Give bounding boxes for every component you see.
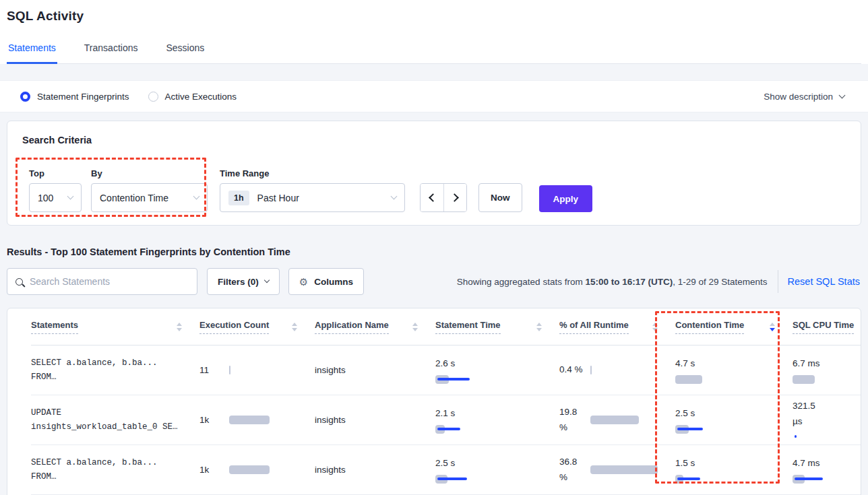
stat-bar [793,475,861,484]
apply-button[interactable]: Apply [539,185,593,212]
header-application-name[interactable]: Application Name [315,320,435,334]
criteria-fields-row: Top 100 By Contention Time Time Range 1h… [22,168,846,212]
search-criteria-card: Search Criteria Top 100 By Contention Ti… [7,121,861,226]
contention-time-cell: 4.7 s [675,356,793,383]
show-description-toggle[interactable]: Show description [764,92,844,102]
time-range-badge: 1h [228,191,249,205]
page-title: SQL Activity [7,9,861,24]
statement-fingerprint[interactable]: UPDATEinsights_workload_table_0 SE… [31,406,199,434]
radio-active-executions[interactable]: Active Executions [148,92,237,102]
filters-button[interactable]: Filters (0) [207,268,280,295]
results-heading: Results - Top 100 Statement Fingerprints… [7,246,861,257]
sort-icon[interactable] [536,323,542,331]
execution-count-cell: 11 [199,365,315,375]
time-range-select[interactable]: 1h Past Hour [220,183,405,212]
contention-time-cell: 1.5 s [675,456,793,483]
stat-bar [675,375,793,384]
table-row[interactable]: SELECT a.balance, b.ba...FROM… 1k insigh… [31,445,861,495]
runtime-pct-cell: 0.4 % [559,362,675,378]
time-nav-group [420,183,467,212]
stats-range: 15:00 to 16:17 (UTC) [585,277,673,287]
spacer [0,112,868,121]
chevron-right-icon [450,193,459,202]
sort-icon[interactable] [652,323,658,331]
application-name-cell: insights [315,465,435,475]
radio-statement-fingerprints[interactable]: Statement Fingerprints [20,92,129,102]
now-button[interactable]: Now [478,183,522,212]
runtime-pct-cell: 36.8 % [559,455,675,486]
by-select[interactable]: Contention Time [91,183,208,212]
sort-icon[interactable] [412,323,418,331]
radio-selected-icon[interactable] [20,92,30,102]
divider [778,270,778,293]
by-value: Contention Time [100,193,168,203]
search-icon [16,278,23,286]
execution-count-cell: 1k [199,465,315,475]
header-contention-time[interactable]: Contention Time [675,320,793,334]
stat-bar [675,425,793,434]
runtime-pct-cell: 19.8 % [559,405,675,436]
prev-time-button[interactable] [421,184,443,211]
sql-cpu-time-cell: 6.7 ms [793,356,861,383]
chevron-down-icon [67,193,74,200]
search-statements-box[interactable] [7,268,197,295]
spacer [0,64,868,80]
columns-button[interactable]: ⚙ Columns [288,268,364,295]
stat-bar [435,375,559,384]
chevron-left-icon [429,193,437,202]
table-row[interactable]: SELECT a.balance, b.ba...FROM… 11 insigh… [31,345,861,395]
radio-label: Statement Fingerprints [37,92,129,102]
search-input[interactable] [30,276,189,287]
reset-sql-stats-link[interactable]: Reset SQL Stats [788,276,860,287]
top-select[interactable]: 100 [29,183,82,212]
by-field: By Contention Time [82,168,208,212]
contention-time-cell: 2.5 s [675,406,793,433]
sort-icon[interactable] [177,323,182,331]
header-sql-cpu-time[interactable]: SQL CPU Time [793,320,861,334]
sql-cpu-time-cell: 321.5 µs [793,399,861,441]
statement-time-cell: 2.1 s [435,406,559,433]
top-label: Top [29,168,82,178]
header-execution-count[interactable]: Execution Count [199,320,315,334]
gear-icon: ⚙ [299,277,308,287]
stat-bar [435,425,559,434]
view-toggle-band: Statement Fingerprints Active Executions… [0,80,868,112]
time-range-label: Time Range [220,168,405,178]
results-controls-row: Filters (0) ⚙ Columns Showing aggregated… [7,268,861,295]
table-row[interactable]: UPDATEinsights_workload_table_0 SE… 1k i… [31,395,861,445]
top-value: 100 [38,193,53,203]
statement-fingerprint[interactable]: SELECT a.balance, b.ba...FROM… [31,356,199,384]
statement-fingerprint[interactable]: SELECT a.balance, b.ba...FROM… [31,456,199,484]
chevron-down-icon [391,193,398,200]
stat-bar [435,475,559,484]
radio-label: Active Executions [165,92,237,102]
table-header-row: Statements Execution Count Application N… [31,308,861,345]
by-label: By [91,168,208,178]
chevron-down-icon [839,92,846,98]
header-runtime-pct[interactable]: % of All Runtime [559,320,675,334]
sql-cpu-time-cell: 4.7 ms [793,456,861,483]
header-statement-time[interactable]: Statement Time [435,320,559,334]
sql-activity-page: SQL Activity Statements Transactions Ses… [0,0,868,495]
filters-label: Filters (0) [218,277,259,287]
radio-unselected-icon[interactable] [148,92,158,102]
next-time-button[interactable] [443,184,466,211]
tab-sessions[interactable]: Sessions [164,42,206,63]
chevron-down-icon [193,193,200,200]
time-range-field: Time Range 1h Past Hour [208,168,405,212]
application-name-cell: insights [315,415,435,425]
topbar: SQL Activity Statements Transactions Ses… [0,0,868,64]
tab-transactions[interactable]: Transactions [83,42,140,63]
stats-summary: Showing aggregated stats from 15:00 to 1… [457,277,768,287]
execution-count-cell: 1k [199,415,315,425]
tab-bar: Statements Transactions Sessions [7,42,861,64]
sort-icon-active-desc[interactable] [770,323,775,331]
stat-bar [793,432,861,441]
show-description-label: Show description [764,92,833,102]
time-range-value: Past Hour [257,193,299,203]
sort-icon[interactable] [292,323,297,331]
statement-time-cell: 2.6 s [435,356,559,383]
header-statements[interactable]: Statements [31,320,199,334]
tab-statements[interactable]: Statements [7,42,57,64]
statement-time-cell: 2.5 s [435,456,559,483]
